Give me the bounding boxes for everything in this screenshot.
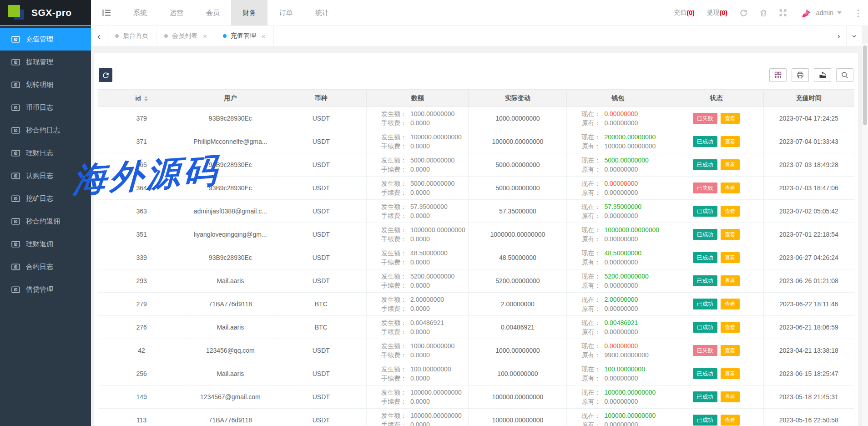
tab-close-icon[interactable]: × [262,32,266,40]
scrollbar-thumb[interactable] [863,46,867,125]
topnav-item[interactable]: 会员 [195,0,231,25]
sort-desc-icon[interactable] [144,99,148,101]
wallet-now-label: 现在： [581,341,601,350]
search-icon[interactable] [836,68,853,82]
withdraw-pending-link[interactable]: 提现(0) [707,9,727,17]
recharge-pending-link[interactable]: 充值(0) [674,9,695,17]
view-button[interactable]: 查看 [721,252,740,263]
wallet-now-value: 2.00000000 [604,295,638,304]
view-button[interactable]: 查看 [721,159,740,170]
column-header: 钱包 [567,90,669,107]
cell-amount: 发生额：57.35000000手续费：0.0000 [367,200,469,223]
sidebar-item[interactable]: 合约日志 [0,255,91,278]
tab-item[interactable]: 后台首页 [107,26,156,46]
cell-coin: USDT [276,130,366,153]
column-header[interactable]: id [98,90,185,107]
export-button[interactable] [814,68,831,82]
table-refresh-button[interactable] [99,68,112,82]
sidebar-item[interactable]: 理财返佣 [0,233,91,255]
view-button[interactable]: 查看 [721,345,740,356]
tabs-scroll-right-icon[interactable]: › [831,26,846,46]
columns-filter-button[interactable] [769,68,787,82]
fee-amount: 手续费：0.0000 [381,327,467,336]
fee-amount: 手续费：0.0000 [381,234,467,243]
issue-amount: 发生额：100000.00000000 [381,411,467,420]
user-menu[interactable]: admin [799,5,842,20]
view-button[interactable]: 查看 [721,136,740,147]
refresh-icon[interactable] [740,9,747,17]
fee-amount-label: 手续费： [381,327,407,336]
wallet-now: 现在：1000000.00000000 [581,225,667,234]
cell-coin: USDT [276,269,366,293]
view-button[interactable]: 查看 [721,368,740,379]
cell-wallet: 现在：57.35000000原有：0.00000000 [567,200,669,223]
tabs-menu-icon[interactable]: › [846,26,862,46]
wallet-now: 现在：100000.00000000 [581,411,667,420]
issue-amount-label: 发生额： [381,179,407,188]
sort-icon[interactable] [144,96,148,101]
wallet-original-value: 0.00000000 [604,397,638,406]
cell-time: 2023-07-03 18:47:06 [763,177,854,200]
trash-icon[interactable] [760,9,767,17]
sidebar-item[interactable]: 币币日志 [0,96,91,119]
tab-item[interactable]: 充值管理× [215,26,274,46]
cell-time: 2023-07-04 01:33:43 [763,130,854,153]
view-button[interactable]: 查看 [721,206,740,217]
view-button[interactable]: 查看 [721,415,740,426]
wallet-original: 原有：0.00000000 [581,165,667,174]
vertical-scrollbar[interactable] [862,43,868,426]
tab-close-icon[interactable]: × [203,32,207,40]
status-badge: 已成功 [693,391,717,402]
sort-asc-icon[interactable] [144,96,148,98]
more-options-icon[interactable]: ⋮ [854,9,863,17]
wallet-original-value: 0.00000000 [604,258,638,267]
topbar-right: 充值(0) 提现(0) [674,0,868,25]
view-button[interactable]: 查看 [721,229,740,240]
cell-time: 2023-07-02 05:05:42 [763,200,854,223]
topnav-item[interactable]: 系统 [122,0,158,25]
sidebar-item[interactable]: 划转明细 [0,73,91,96]
sidebar-item[interactable]: 秒合约返佣 [0,210,91,233]
topnav-item[interactable]: 运营 [158,0,195,25]
cell-coin: BTC [276,293,366,316]
sidebar-item[interactable]: 认购日志 [0,164,91,187]
fee-amount-value: 0.0000 [410,420,430,426]
topnav-item[interactable]: 统计 [304,0,340,25]
cell-status: 已成功查看 [669,385,763,409]
fee-amount-value: 0.0000 [410,258,430,267]
column-header: 币种 [276,90,366,107]
cell-actual-change: 100.00000000 [469,362,567,385]
tabs-scroll-left-icon[interactable]: ‹ [91,26,107,46]
view-button[interactable]: 查看 [721,322,740,333]
view-button[interactable]: 查看 [721,183,740,193]
sidebar-toggle-icon[interactable] [91,0,122,25]
status-badge: 已成功 [693,229,717,240]
cell-status: 已成功查看 [669,293,763,316]
sidebar-item[interactable]: 理财日志 [0,142,91,164]
view-button[interactable]: 查看 [721,391,740,402]
print-button[interactable] [792,68,809,82]
cell-status: 已成功查看 [669,362,763,385]
sidebar-item[interactable]: 充值管理 [0,28,91,51]
wallet-now-label: 现在： [581,225,601,234]
fullscreen-icon[interactable] [779,9,787,16]
topnav-item[interactable]: 财务 [231,0,267,25]
fee-amount-value: 0.0000 [410,374,430,383]
view-button[interactable]: 查看 [721,299,740,309]
tab-item[interactable]: 会员列表× [156,26,215,46]
fee-amount: 手续费：0.0000 [381,350,467,360]
sidebar-item[interactable]: 秒合约日志 [0,119,91,142]
fee-amount-label: 手续费： [381,234,407,243]
wallet-original-label: 原有： [581,420,601,426]
topnav-item[interactable]: 订单 [267,0,304,25]
view-button[interactable]: 查看 [721,275,740,286]
cell-wallet: 现在：200000.00000000原有：100000.00000000 [567,130,669,153]
table-body: 37993B9c28930EcUSDT发生额：1000.00000000手续费：… [98,107,854,426]
wallet-original-label: 原有： [581,304,601,313]
wallet-now-value: 5200.00000000 [604,272,648,281]
sidebar-item[interactable]: 借贷管理 [0,278,91,301]
sidebar-item[interactable]: 提现管理 [0,51,91,73]
sidebar-item[interactable]: 挖矿日志 [0,187,91,210]
cell-actual-change: 48.50000000 [469,246,567,269]
view-button[interactable]: 查看 [721,113,740,124]
